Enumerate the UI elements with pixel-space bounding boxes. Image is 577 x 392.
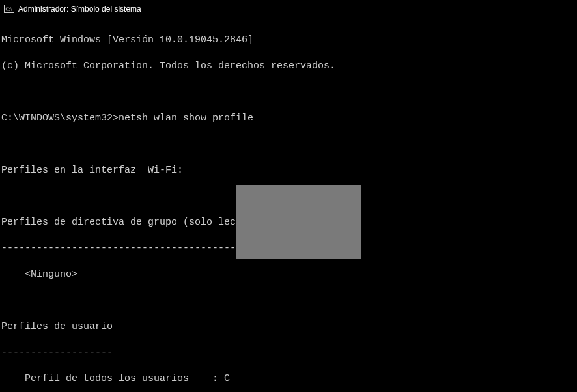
interface-header: Perfiles en la interfaz Wi-Fi: [1,164,576,177]
copyright-line: (c) Microsoft Corporation. Todos los der… [1,60,576,73]
terminal-body[interactable]: Microsoft Windows [Versión 10.0.19045.28… [0,18,577,392]
dash-line: ------------------- [1,346,576,359]
cmd-icon: C:\ [4,4,14,14]
blank-line [1,86,576,99]
version-line: Microsoft Windows [Versión 10.0.19045.28… [1,34,576,47]
titlebar[interactable]: C:\ Administrador: Símbolo del sistema [0,0,577,18]
profile-row: Perfil de todos los usuarios : C [1,372,576,385]
redaction-block [236,185,361,259]
command-text: netsh wlan show profile [119,113,253,124]
prompt-path: C:\WINDOWS\system32> [1,113,119,124]
window-title: Administrador: Símbolo del sistema [18,5,141,14]
blank-line [1,294,576,307]
blank-line [1,138,576,151]
group-policy-empty: <Ninguno> [1,268,576,281]
prompt-with-command: C:\WINDOWS\system32>netsh wlan show prof… [1,112,576,125]
svg-text:C:\: C:\ [6,6,13,12]
user-profiles-header: Perfiles de usuario [1,320,576,333]
